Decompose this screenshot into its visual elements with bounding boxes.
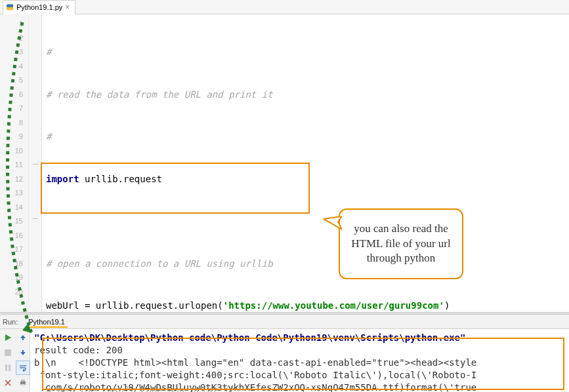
wrap-icon (19, 364, 27, 372)
line-number: 9 (0, 130, 23, 144)
svg-rect-9 (21, 384, 25, 386)
console-command: "C:\Users\DK\Desktop\Python code\Python … (34, 332, 471, 343)
close-icon[interactable]: × (65, 3, 70, 11)
play-icon (4, 334, 12, 342)
line-number: 2 (0, 31, 23, 46)
console-line: .com/s/roboto/v18/W4wDsBUluyw0tK3tykhXEf… (34, 382, 476, 392)
file-tab[interactable]: Python19.1.py × (3, 0, 75, 14)
console-line: font-style:italic;font-weight:400;src:lo… (34, 370, 476, 380)
svg-rect-3 (5, 349, 11, 356)
close-console-button[interactable] (1, 376, 15, 390)
svg-rect-2 (22, 338, 24, 340)
svg-rect-8 (21, 380, 25, 382)
callout-tail-icon (324, 216, 342, 232)
annotation-callout: you can also read the HTML file of your … (339, 208, 463, 279)
arrow-up-icon (19, 334, 27, 342)
line-number: 7 (0, 102, 23, 116)
stop-disabled-button[interactable] (1, 345, 15, 360)
svg-rect-6 (9, 364, 11, 371)
code-comment: # read the data from the URL and print i… (46, 89, 273, 100)
line-number: 15 (0, 214, 23, 229)
console-output[interactable]: "C:\Users\DK\Desktop\Python code\Python … (30, 329, 569, 392)
scroll-up-button[interactable] (16, 330, 30, 345)
svg-rect-1 (7, 7, 14, 10)
line-number: 16 (0, 229, 23, 243)
line-number: 6 (0, 88, 23, 102)
console-line: b'\n <!DOCTYPE html><html lang="en" data… (34, 357, 476, 368)
line-number: 3 (0, 45, 23, 60)
print-button[interactable] (16, 376, 30, 390)
scroll-down-button[interactable] (16, 345, 30, 360)
print-icon (19, 379, 27, 387)
python-file-icon (6, 3, 14, 11)
line-number: 17 (0, 243, 23, 257)
fold-gutter (29, 14, 42, 312)
svg-rect-5 (5, 364, 7, 371)
line-number: 8 (0, 116, 23, 130)
line-number-gutter: 1 2 3 4 5 6 7 8 9 10 11 12 13 14 15 16 1… (0, 14, 29, 312)
line-number: 18 (0, 257, 23, 271)
line-number: 14 (0, 201, 23, 215)
pause-disabled-button[interactable] (1, 361, 15, 375)
line-number: 10 (0, 144, 23, 159)
line-number: 13 (0, 186, 23, 201)
annotation-text: you can also read the HTML file of your … (347, 222, 455, 267)
svg-rect-0 (7, 5, 14, 8)
code-text: ) (444, 300, 450, 311)
console-line: result code: 200 (34, 345, 123, 355)
code-area[interactable]: # # read the data from the URL and print… (42, 14, 569, 312)
line-number: 11 (0, 158, 23, 172)
line-number: 1 (0, 17, 23, 31)
line-number: 4 (0, 60, 23, 74)
code-text: urllib.request (79, 174, 162, 184)
run-console: "C:\Users\DK\Desktop\Python code\Python … (0, 329, 569, 392)
line-number: 5 (0, 73, 23, 88)
code-string: 'https://www.youtube.com/user/guru99com' (223, 300, 444, 311)
code-text: webUrl = urllib.request.urlopen( (46, 300, 223, 311)
arrow-down-icon (19, 349, 27, 357)
run-label: Run: (3, 318, 18, 326)
line-number: 19 (0, 271, 23, 285)
code-editor[interactable]: 1 2 3 4 5 6 7 8 9 10 11 12 13 14 15 16 1… (0, 14, 569, 312)
run-toolbar (0, 329, 30, 392)
editor-tab-bar: Python19.1.py × (0, 0, 569, 14)
line-number: 12 (0, 172, 23, 187)
stop-icon (5, 349, 11, 356)
svg-rect-4 (22, 350, 24, 353)
run-button[interactable] (1, 330, 15, 345)
code-comment: # (46, 131, 51, 142)
code-comment: # (46, 47, 51, 57)
soft-wrap-button[interactable] (16, 361, 30, 375)
file-tab-label: Python19.1.py (16, 3, 62, 11)
code-comment: # open a connection to a URL using urlli… (46, 258, 273, 269)
line-number: 20 (0, 285, 23, 300)
pause-icon (5, 364, 11, 371)
close-icon (5, 380, 11, 386)
code-keyword: import (46, 174, 79, 184)
